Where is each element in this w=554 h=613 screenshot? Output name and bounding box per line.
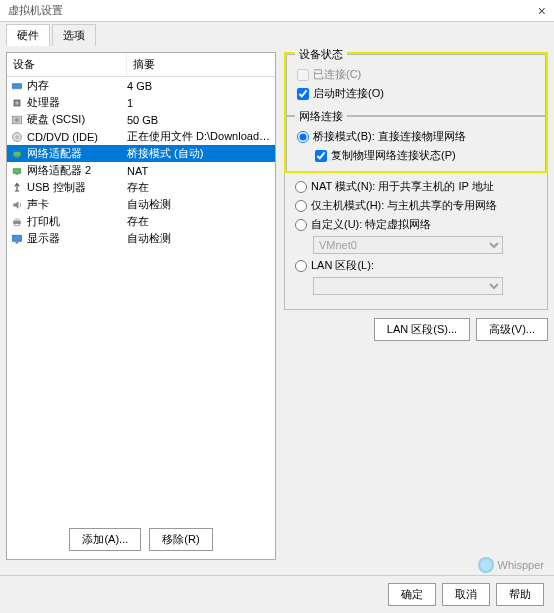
table-row[interactable]: USB 控制器存在 bbox=[7, 179, 275, 196]
table-row[interactable]: 处理器1 bbox=[7, 94, 275, 111]
memory-icon bbox=[10, 79, 24, 93]
device-name: 声卡 bbox=[27, 197, 49, 212]
device-name: 内存 bbox=[27, 78, 49, 93]
device-summary: 50 GB bbox=[127, 114, 272, 126]
remove-button[interactable]: 移除(R) bbox=[149, 528, 212, 551]
device-name: USB 控制器 bbox=[27, 180, 86, 195]
lan-select bbox=[313, 277, 503, 295]
table-row[interactable]: 打印机存在 bbox=[7, 213, 275, 230]
device-summary: 存在 bbox=[127, 214, 272, 229]
replicate-checkbox[interactable] bbox=[315, 150, 327, 162]
lan-radio[interactable] bbox=[295, 260, 307, 272]
svg-rect-2 bbox=[16, 88, 17, 90]
svg-rect-0 bbox=[13, 83, 22, 88]
custom-radio[interactable] bbox=[295, 219, 307, 231]
svg-rect-3 bbox=[18, 88, 19, 90]
table-row[interactable]: 网络适配器桥接模式 (自动) bbox=[7, 145, 275, 162]
table-row[interactable]: 硬盘 (SCSI)50 GB bbox=[7, 111, 275, 128]
sound-icon bbox=[10, 198, 24, 212]
network-title: 网络连接 bbox=[295, 109, 347, 124]
tab-options[interactable]: 选项 bbox=[52, 24, 96, 46]
col-summary[interactable]: 摘要 bbox=[127, 53, 275, 76]
device-name: 网络适配器 bbox=[27, 146, 82, 161]
nat-radio[interactable] bbox=[295, 181, 307, 193]
watermark-icon bbox=[478, 557, 494, 573]
connect-on-power-label: 启动时连接(O) bbox=[313, 86, 384, 101]
nat-label: NAT 模式(N): 用于共享主机的 IP 地址 bbox=[311, 179, 494, 194]
table-row[interactable]: CD/DVD (IDE)正在使用文件 D:\Download\Ku... bbox=[7, 128, 275, 145]
device-summary: 桥接模式 (自动) bbox=[127, 146, 272, 161]
lan-label: LAN 区段(L): bbox=[311, 258, 374, 273]
help-button[interactable]: 帮助 bbox=[496, 583, 544, 606]
hostonly-label: 仅主机模式(H): 与主机共享的专用网络 bbox=[311, 198, 497, 213]
lan-segments-button[interactable]: LAN 区段(S)... bbox=[374, 318, 470, 341]
net-icon bbox=[10, 147, 24, 161]
connect-on-power-checkbox[interactable] bbox=[297, 88, 309, 100]
svg-point-10 bbox=[16, 135, 18, 137]
svg-rect-11 bbox=[13, 151, 21, 156]
device-summary: 正在使用文件 D:\Download\Ku... bbox=[127, 129, 272, 144]
device-name: 处理器 bbox=[27, 95, 60, 110]
ok-button[interactable]: 确定 bbox=[388, 583, 436, 606]
svg-rect-12 bbox=[16, 156, 19, 158]
table-row[interactable]: 网络适配器 2NAT bbox=[7, 162, 275, 179]
printer-icon bbox=[10, 215, 24, 229]
svg-rect-4 bbox=[20, 88, 21, 90]
svg-point-8 bbox=[15, 117, 20, 122]
svg-rect-18 bbox=[13, 235, 22, 241]
device-name: 显示器 bbox=[27, 231, 60, 246]
list-header: 设备 摘要 bbox=[7, 53, 275, 77]
cpu-icon bbox=[10, 96, 24, 110]
device-summary: NAT bbox=[127, 165, 272, 177]
device-name: 打印机 bbox=[27, 214, 60, 229]
hardware-panel: 设备 摘要 内存4 GB处理器1硬盘 (SCSI)50 GBCD/DVD (ID… bbox=[6, 52, 276, 560]
close-icon[interactable]: × bbox=[538, 3, 546, 18]
device-name: 硬盘 (SCSI) bbox=[27, 112, 85, 127]
svg-rect-19 bbox=[16, 242, 19, 244]
col-device[interactable]: 设备 bbox=[7, 53, 127, 76]
device-summary: 自动检测 bbox=[127, 197, 272, 212]
device-name: CD/DVD (IDE) bbox=[27, 131, 98, 143]
net-icon bbox=[10, 164, 24, 178]
watermark: Whispper bbox=[478, 557, 544, 573]
svg-rect-16 bbox=[15, 218, 20, 220]
svg-rect-17 bbox=[15, 223, 20, 225]
cancel-button[interactable]: 取消 bbox=[442, 583, 490, 606]
hostonly-radio[interactable] bbox=[295, 200, 307, 212]
settings-panel: 设备状态 已连接(C) 启动时连接(O) 网络连接 桥接模式(B): 直接连接物… bbox=[284, 52, 548, 560]
device-summary: 自动检测 bbox=[127, 231, 272, 246]
svg-rect-1 bbox=[13, 88, 14, 90]
bridged-label: 桥接模式(B): 直接连接物理网络 bbox=[313, 129, 466, 144]
device-summary: 存在 bbox=[127, 180, 272, 195]
table-row[interactable]: 显示器自动检测 bbox=[7, 230, 275, 247]
svg-rect-14 bbox=[16, 173, 19, 175]
svg-rect-6 bbox=[16, 101, 19, 104]
table-row[interactable]: 声卡自动检测 bbox=[7, 196, 275, 213]
device-name: 网络适配器 2 bbox=[27, 163, 91, 178]
device-summary: 1 bbox=[127, 97, 272, 109]
usb-icon bbox=[10, 181, 24, 195]
connected-label: 已连接(C) bbox=[313, 67, 361, 82]
device-status-title: 设备状态 bbox=[295, 47, 347, 62]
display-icon bbox=[10, 232, 24, 246]
tab-hardware[interactable]: 硬件 bbox=[6, 24, 50, 46]
cd-icon bbox=[10, 130, 24, 144]
window-title: 虚拟机设置 bbox=[8, 3, 63, 18]
bridged-radio[interactable] bbox=[297, 131, 309, 143]
advanced-button[interactable]: 高级(V)... bbox=[476, 318, 548, 341]
connected-checkbox bbox=[297, 69, 309, 81]
table-row[interactable]: 内存4 GB bbox=[7, 77, 275, 94]
svg-rect-13 bbox=[13, 168, 21, 173]
replicate-label: 复制物理网络连接状态(P) bbox=[331, 148, 456, 163]
watermark-text: Whispper bbox=[498, 559, 544, 571]
add-button[interactable]: 添加(A)... bbox=[69, 528, 141, 551]
device-summary: 4 GB bbox=[127, 80, 272, 92]
custom-label: 自定义(U): 特定虚拟网络 bbox=[311, 217, 431, 232]
disk-icon bbox=[10, 113, 24, 127]
custom-select: VMnet0 bbox=[313, 236, 503, 254]
